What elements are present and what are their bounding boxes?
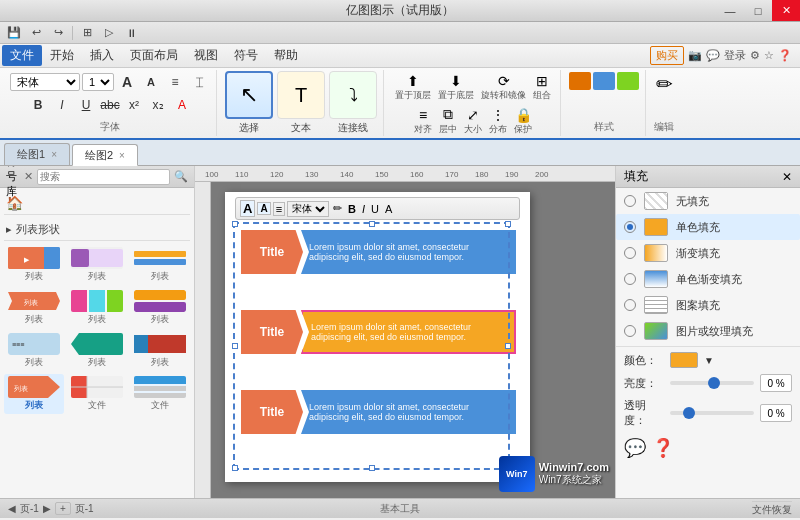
font-increase-button[interactable]: A [116,72,138,92]
float-font-select[interactable]: 宋体 [287,201,329,217]
transparency-thumb[interactable] [683,407,695,419]
shape-row-1[interactable]: Title Lorem ipsum dolor sit amet, consec… [241,230,516,274]
send-to-back-button[interactable]: ⬇ 置于底层 [435,72,477,103]
distribute-button[interactable]: ⋮ 分布 [486,106,510,137]
star-icon[interactable]: ☆ [764,49,774,62]
style-preset-1[interactable] [569,72,591,90]
handle-tc[interactable] [369,221,375,227]
underline-button[interactable]: U [75,95,97,115]
font-family-select[interactable]: 宋体 黑体 微软雅黑 [10,73,80,91]
font-color-button[interactable]: A [171,95,193,115]
sidebar-search-icon[interactable]: 🔍 [174,170,188,183]
shape-row-2[interactable]: Title Lorem ipsum dolor sit amet, consec… [241,310,516,354]
panel-icon-2[interactable]: ❓ [652,437,674,459]
sidebar-home-icon[interactable]: 🏠 [6,195,23,211]
close-button[interactable]: ✕ [772,0,800,21]
handle-bc[interactable] [369,465,375,471]
brightness-thumb[interactable] [708,377,720,389]
menu-help[interactable]: 帮助 [266,45,306,66]
tab-drawing1[interactable]: 绘图1 × [4,143,70,165]
fill-panel-close[interactable]: ✕ [782,170,792,184]
text-direction-button[interactable]: ⌶ [188,72,210,92]
chat-icon[interactable]: 💬 [706,49,720,62]
format-clear-button[interactable]: ≡ [164,72,186,92]
list-item-4[interactable]: 列表 列表 [4,288,64,328]
style-preset-3[interactable] [617,72,639,90]
list-item-11[interactable]: 文件 [67,374,127,414]
handle-tr[interactable] [505,221,511,227]
font-decrease-button[interactable]: A [140,72,162,92]
group-button[interactable]: ⊞ 组合 [530,72,554,103]
list-item-5[interactable]: 列表 [67,288,127,328]
text-tool-button[interactable]: T [277,71,325,119]
float-bold-button[interactable]: B [346,203,358,215]
float-color-button[interactable]: A [383,203,394,215]
menu-file[interactable]: 文件 [2,45,42,66]
float-italic-button[interactable]: I [360,203,367,215]
font-size-select[interactable]: 10 12 14 [82,73,114,91]
list-item-1[interactable]: ▶ 列表 [4,245,64,285]
fill-option-pattern[interactable]: 图案填充 [616,292,800,318]
list-item-12[interactable]: 文件 [130,374,190,414]
login-button[interactable]: 登录 [724,48,746,63]
pause-button[interactable]: ⏸ [121,24,141,42]
sidebar-search-input[interactable] [37,169,170,185]
select-tool-button[interactable]: ↖ [225,71,273,119]
float-underline-button[interactable]: U [369,203,381,215]
play-button[interactable]: ▷ [99,24,119,42]
menu-view[interactable]: 视图 [186,45,226,66]
bring-to-front-button[interactable]: ⬆ 置于顶层 [392,72,434,103]
color-swatch[interactable] [670,352,698,368]
sidebar-section-shapes[interactable]: ▸ 列表形状 [4,219,190,241]
panel-icon-1[interactable]: 💬 [624,437,646,459]
tab-drawing1-close[interactable]: × [51,149,57,160]
menu-insert[interactable]: 插入 [82,45,122,66]
text-size-large[interactable]: A [240,200,255,217]
save-button[interactable]: 💾 [4,24,24,42]
prev-page-button[interactable]: ◀ [8,503,16,514]
bold-button[interactable]: B [27,95,49,115]
handle-ml[interactable] [232,343,238,349]
next-page-button[interactable]: ▶ [43,503,51,514]
fill-option-single-gradient[interactable]: 单色渐变填充 [616,266,800,292]
tab-drawing2-close[interactable]: × [119,150,125,161]
sidebar-close-button[interactable]: ✕ [24,170,33,183]
style-preset-2[interactable] [593,72,615,90]
strikethrough-button[interactable]: abc [99,95,121,115]
handle-tl[interactable] [232,221,238,227]
italic-button[interactable]: I [51,95,73,115]
list-item-10[interactable]: 列表 列表 [4,374,64,414]
color-dropdown-icon[interactable]: ▼ [704,355,714,366]
fill-option-image[interactable]: 图片或纹理填充 [616,318,800,344]
fill-option-none[interactable]: 无填充 [616,188,800,214]
shape-row-3[interactable]: Title Lorem ipsum dolor sit amet, consec… [241,390,516,434]
settings-icon[interactable]: ⚙ [750,49,760,62]
list-item-9[interactable]: 列表 [130,331,190,371]
fill-option-gradient[interactable]: 渐变填充 [616,240,800,266]
layer-button[interactable]: ⧉ 层中 [436,105,460,137]
list-item-7[interactable]: ≡≡≡ 列表 [4,331,64,371]
menu-symbol[interactable]: 符号 [226,45,266,66]
transparency-value[interactable] [760,404,792,422]
align-button[interactable]: ≡ 对齐 [411,106,435,137]
list-item-6[interactable]: 列表 [130,288,190,328]
brightness-value[interactable] [760,374,792,392]
new-button[interactable]: ⊞ [77,24,97,42]
rotate-button[interactable]: ⟳ 旋转和镜像 [478,72,529,103]
list-item-8[interactable]: 列表 [67,331,127,371]
tab-drawing2[interactable]: 绘图2 × [72,144,138,166]
buy-button[interactable]: 购买 [650,46,684,65]
edit-icon[interactable]: ✏ [656,72,673,96]
list-item-3[interactable]: 列表 [130,245,190,285]
size-button[interactable]: ⤢ 大小 [461,106,485,137]
redo-button[interactable]: ↪ [48,24,68,42]
connect-tool-button[interactable]: ⤵ [329,71,377,119]
handle-bl[interactable] [232,465,238,471]
menu-layout[interactable]: 页面布局 [122,45,186,66]
menu-home[interactable]: 开始 [42,45,82,66]
protect-button[interactable]: 🔒 保护 [511,106,535,137]
list-item-2[interactable]: 列表 [67,245,127,285]
canvas-background[interactable]: A A ≡ 宋体 ✏ B I U A [211,182,615,498]
float-format-icon[interactable]: ✏ [331,202,344,215]
float-align-button[interactable]: ≡ [273,202,285,216]
